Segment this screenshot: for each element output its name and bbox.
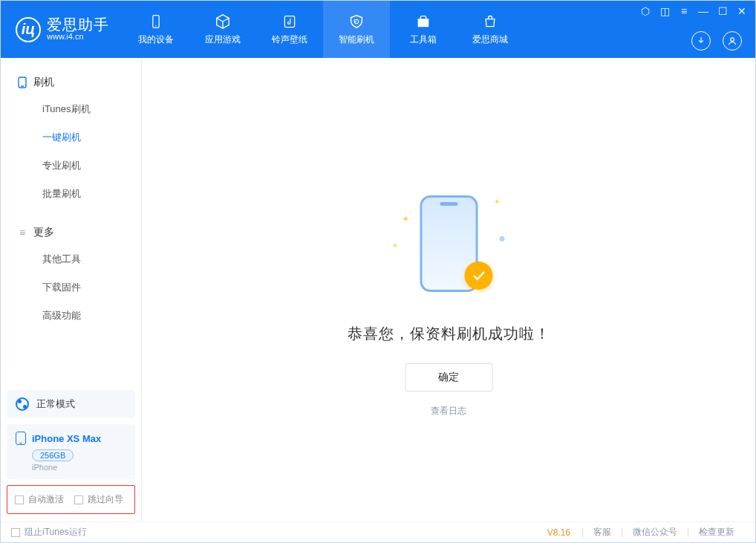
nav-oneclick-flash[interactable]: 一键刷机 (1, 123, 141, 152)
phone-icon (17, 77, 27, 88)
tab-smart-flash[interactable]: 智能刷机 (323, 0, 390, 58)
settings-icon[interactable]: ◫ (659, 5, 671, 17)
sparkle-icon: ✦ (494, 198, 500, 206)
nav-pro-flash[interactable]: 专业刷机 (1, 152, 141, 180)
nav-other-tools[interactable]: 其他工具 (1, 245, 141, 273)
maximize-button[interactable]: ☐ (717, 5, 729, 17)
list-icon: ≡ (17, 227, 27, 238)
options-highlight-box: 自动激活 跳过向导 (7, 485, 135, 514)
nav-batch-flash[interactable]: 批量刷机 (1, 180, 141, 208)
success-message: 恭喜您，保资料刷机成功啦！ (348, 324, 550, 344)
nav-section-flash: 刷机 (1, 70, 141, 95)
link-support[interactable]: 客服 (583, 526, 622, 539)
cube-icon (214, 13, 232, 30)
bag-icon (481, 13, 499, 30)
download-button[interactable] (691, 31, 711, 51)
footer-links: 客服 微信公众号 检查更新 (582, 526, 745, 539)
minimize-button[interactable]: — (697, 5, 709, 17)
view-log-link[interactable]: 查看日志 (431, 405, 466, 417)
main-content: ✦ ✦ 恭喜您，保资料刷机成功啦！ 确定 查看日志 (142, 58, 755, 521)
main-tabs: 我的设备 应用游戏 铃声壁纸 智能刷机 工具箱 爱思商城 (123, 1, 524, 58)
music-icon (281, 13, 299, 30)
checkbox-block-itunes[interactable]: 阻止iTunes运行 (11, 526, 87, 539)
device-name: iPhone XS Max (32, 433, 101, 444)
shield-refresh-icon (348, 13, 365, 30)
logo-icon: iц (16, 17, 41, 42)
brand-name: 爱思助手 (47, 17, 109, 32)
close-button[interactable]: ✕ (736, 5, 748, 17)
device-type: iPhone (32, 463, 126, 472)
device-card[interactable]: iPhone XS Max 256GB iPhone (7, 424, 135, 479)
theme-icon[interactable]: ⬡ (639, 5, 651, 17)
tab-toolbox[interactable]: 工具箱 (390, 1, 457, 58)
tab-apps-games[interactable]: 应用游戏 (189, 1, 256, 58)
version-label: V8.16 (547, 527, 570, 538)
success-panel: ✦ ✦ 恭喜您，保资料刷机成功啦！ 确定 查看日志 (348, 184, 550, 417)
tab-ringtone-wallpaper[interactable]: 铃声壁纸 (256, 1, 323, 58)
svg-point-1 (155, 25, 157, 27)
link-check-update[interactable]: 检查更新 (688, 526, 745, 539)
mode-card[interactable]: 正常模式 (7, 390, 135, 418)
header-actions (691, 31, 742, 51)
title-bar: iц 爱思助手 www.i4.cn 我的设备 应用游戏 铃声壁纸 智能刷机 工具… (1, 1, 755, 58)
svg-rect-2 (284, 16, 294, 27)
checkbox-skip-guide[interactable]: 跳过向导 (74, 493, 123, 506)
mode-icon (16, 397, 29, 411)
ok-button[interactable]: 确定 (405, 363, 492, 391)
dot-icon (499, 236, 504, 241)
phone-icon (16, 432, 26, 445)
app-logo: iц 爱思助手 www.i4.cn (1, 1, 123, 58)
tab-store[interactable]: 爱思商城 (457, 1, 524, 58)
tab-my-device[interactable]: 我的设备 (123, 1, 189, 58)
link-wechat[interactable]: 微信公众号 (622, 526, 688, 539)
toolbox-icon (414, 13, 432, 30)
brand-url: www.i4.cn (47, 32, 109, 42)
dot-icon (393, 244, 397, 247)
menu-icon[interactable]: ≡ (678, 5, 690, 17)
svg-point-3 (731, 38, 734, 42)
check-badge-icon (464, 261, 492, 290)
nav-section-more: ≡ 更多 (1, 220, 141, 245)
sidebar: 刷机 iTunes刷机 一键刷机 专业刷机 批量刷机 ≡ 更多 其他工具 下载固… (1, 58, 142, 521)
capacity-badge: 256GB (32, 449, 74, 461)
status-bar: 阻止iTunes运行 V8.16 客服 微信公众号 检查更新 (1, 521, 755, 542)
device-icon (147, 13, 165, 30)
sparkle-icon: ✦ (402, 214, 409, 224)
nav-advanced[interactable]: 高级功能 (1, 302, 141, 330)
checkbox-auto-activate[interactable]: 自动激活 (15, 493, 64, 506)
nav-itunes-flash[interactable]: iTunes刷机 (1, 95, 141, 123)
account-button[interactable] (723, 31, 742, 51)
success-illustration: ✦ ✦ (393, 184, 504, 303)
window-controls: ⬡ ◫ ≡ — ☐ ✕ (639, 5, 748, 17)
nav-download-firmware[interactable]: 下载固件 (1, 273, 141, 302)
